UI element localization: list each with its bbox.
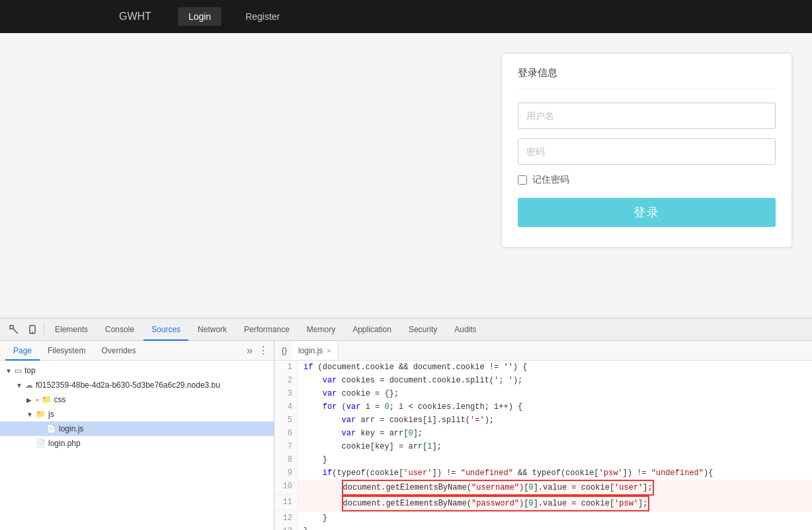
navbar-item-login[interactable]: Login xyxy=(178,7,222,26)
tree-arrow-host: ▼ xyxy=(16,382,22,389)
navbar-brand: GWHT xyxy=(119,11,151,22)
remember-label: 记住密码 xyxy=(532,174,569,186)
subtab-filesystem[interactable]: Filesystem xyxy=(40,341,93,361)
remember-checkbox[interactable] xyxy=(518,175,527,185)
tree-item-loginphp[interactable]: ▶ 📄 login.php xyxy=(0,436,274,451)
file-tree: ▼ ▭ top ▼ ☁ f0152359-48be-4d2a-b630-5d3b… xyxy=(0,361,274,530)
code-line-12: 12 } xyxy=(274,511,812,525)
tab-performance[interactable]: Performance xyxy=(236,318,298,341)
username-field[interactable] xyxy=(518,103,776,129)
tree-label-loginjs: login.js xyxy=(59,424,83,433)
css-folder-icon2: 📁 xyxy=(42,395,52,404)
code-line-10: 10 document.getElementsByName("username"… xyxy=(274,480,812,496)
tree-label-host: f0152359-48be-4d2a-b630-5d3be76a6c29.nod… xyxy=(36,380,220,390)
code-line-6: 6 var key = arr[0]; xyxy=(274,427,812,440)
tab-sources[interactable]: Sources xyxy=(143,318,188,341)
password-field[interactable] xyxy=(518,138,776,165)
tab-network[interactable]: Network xyxy=(190,318,235,341)
remember-row: 记住密码 xyxy=(518,174,776,186)
tree-label-top: top xyxy=(24,366,36,375)
tab-memory[interactable]: Memory xyxy=(299,318,343,341)
code-line-11: 11 document.getElementsByName("password"… xyxy=(274,496,812,511)
tab-security[interactable]: Security xyxy=(401,318,445,341)
svg-line-1 xyxy=(13,329,18,333)
tree-label-css: css xyxy=(54,395,66,404)
main-content: 登录信息 记住密码 登录 xyxy=(0,33,812,318)
tree-label-loginphp: login.php xyxy=(48,439,81,448)
kebab-menu-button[interactable]: ⋮ xyxy=(258,344,268,357)
code-line-3: 3 var cookie = {}; xyxy=(274,387,812,400)
devtools-right-panel: {} login.js × 1 if (document.cookie && d… xyxy=(274,341,812,530)
code-tab-loginjs[interactable]: login.js × xyxy=(292,341,339,360)
format-icon[interactable]: {} xyxy=(277,343,292,358)
tree-item-loginjs[interactable]: ▶ 📄 login.js xyxy=(0,421,274,436)
devtools-topbar: Elements Console Sources Network Perform… xyxy=(0,318,812,341)
tree-item-top[interactable]: ▼ ▭ top xyxy=(0,363,274,378)
tab-elements[interactable]: Elements xyxy=(47,318,96,341)
code-line-1: 1 if (document.cookie && document.cookie… xyxy=(274,361,812,374)
tree-item-css[interactable]: ▶ ▪ 📁 css xyxy=(0,392,274,407)
tree-arrow-js: ▼ xyxy=(26,411,33,418)
code-line-8: 8 } xyxy=(274,453,812,466)
more-tabs-button[interactable]: » xyxy=(244,345,255,357)
tree-arrow-top: ▼ xyxy=(5,367,12,375)
code-tab-label: login.js xyxy=(298,346,323,355)
tree-label-js: js xyxy=(48,410,54,419)
tree-arrow-css: ▶ xyxy=(26,396,33,404)
devtools-subtabs: Page Filesystem Overrides » ⋮ xyxy=(0,341,274,361)
device-icon[interactable] xyxy=(24,321,41,338)
tree-item-host[interactable]: ▼ ☁ f0152359-48be-4d2a-b630-5d3be76a6c29… xyxy=(0,378,274,392)
login-card: 登录信息 记住密码 登录 xyxy=(501,53,792,247)
folder-icon-top: ▭ xyxy=(15,366,22,375)
folder-icon-css: ▪ xyxy=(36,395,39,405)
code-line-9: 9 if(typeof(cookie['user']) != "undefine… xyxy=(274,466,812,480)
file-icon-loginphp: 📄 xyxy=(36,439,46,448)
code-line-4: 4 for (var i = 0; i < cookies.length; i+… xyxy=(274,400,812,414)
tab-audits[interactable]: Audits xyxy=(446,318,484,341)
login-card-title: 登录信息 xyxy=(518,67,776,89)
devtools-panel: Elements Console Sources Network Perform… xyxy=(0,318,812,530)
inspect-icon[interactable] xyxy=(5,321,22,338)
code-line-7: 7 cookie[key] = arr[1]; xyxy=(274,440,812,453)
tab-application[interactable]: Application xyxy=(345,318,399,341)
subtab-page[interactable]: Page xyxy=(5,341,40,361)
svg-rect-0 xyxy=(10,326,13,329)
navbar-item-register[interactable]: Register xyxy=(235,7,290,26)
tab-console[interactable]: Console xyxy=(97,318,142,341)
code-line-5: 5 var arr = cookies[i].split('='); xyxy=(274,414,812,427)
code-area: 1 if (document.cookie && document.cookie… xyxy=(274,361,812,530)
cloud-icon: ☁ xyxy=(25,380,33,390)
login-button[interactable]: 登录 xyxy=(518,198,776,227)
close-tab-button[interactable]: × xyxy=(327,347,331,355)
devtools-left-panel: Page Filesystem Overrides » ⋮ ▼ ▭ top ▼ … xyxy=(0,341,274,530)
code-line-2: 2 var cookies = document.cookie.split(';… xyxy=(274,374,812,387)
file-icon-loginjs: 📄 xyxy=(46,424,56,433)
tree-item-js[interactable]: ▼ 📁 js xyxy=(0,407,274,421)
subtab-overrides[interactable]: Overrides xyxy=(93,341,143,361)
code-line-13: 13 } xyxy=(274,525,812,530)
folder-icon-js: 📁 xyxy=(36,410,46,419)
code-tabs: {} login.js × xyxy=(274,341,812,361)
navbar: GWHT Login Register xyxy=(0,0,812,33)
devtools-body: Page Filesystem Overrides » ⋮ ▼ ▭ top ▼ … xyxy=(0,341,812,530)
